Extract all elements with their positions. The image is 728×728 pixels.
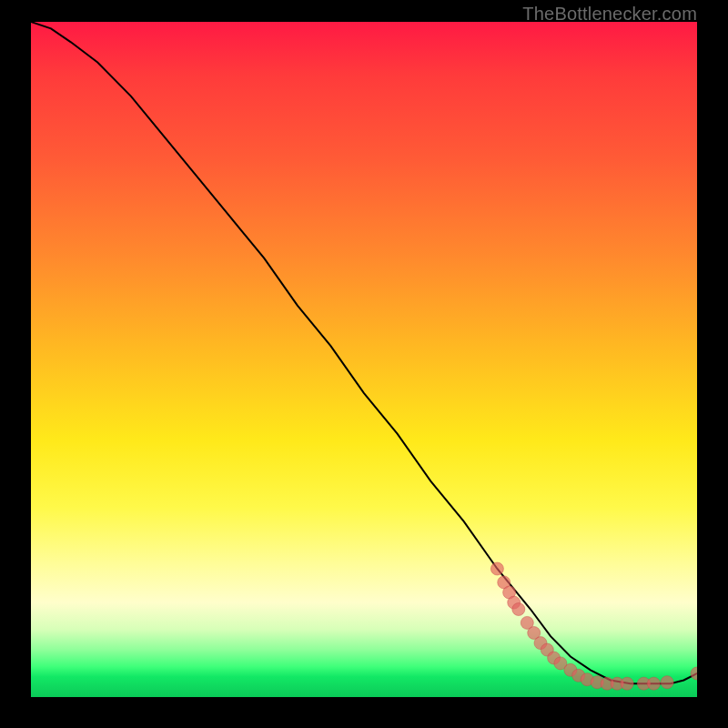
data-marker: [661, 676, 673, 689]
data-marker: [647, 677, 660, 690]
chart-svg: [31, 22, 697, 697]
bottleneck-curve: [31, 22, 697, 683]
plot-area: [31, 22, 697, 697]
data-marker: [691, 667, 697, 680]
data-marker: [490, 562, 503, 575]
data-marker: [512, 603, 525, 616]
chart-frame: TheBottlenecker.com: [0, 0, 728, 728]
data-marker: [621, 677, 633, 690]
